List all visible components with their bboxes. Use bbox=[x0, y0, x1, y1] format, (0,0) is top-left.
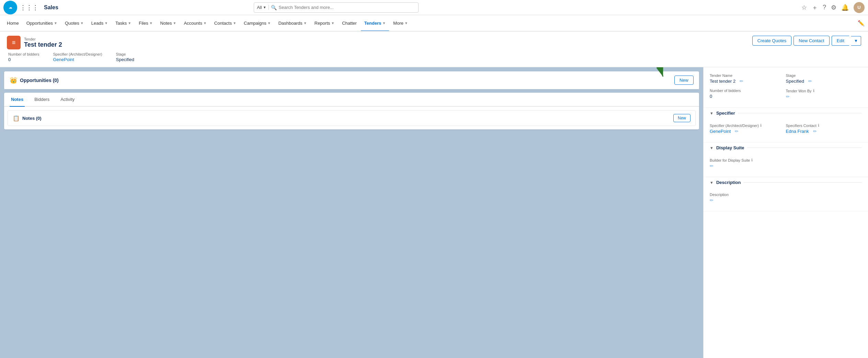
nav-item-leads[interactable]: Leads▼ bbox=[88, 15, 111, 31]
display-suite-divider-line bbox=[747, 148, 862, 148]
nav-item-files[interactable]: Files▼ bbox=[135, 15, 156, 31]
nav-bar: HomeOpportunities▼Quotes▼Leads▼Tasks▼Fil… bbox=[0, 15, 868, 32]
notes-subcard: 📋 Notes (0) New bbox=[8, 110, 696, 126]
builder-display-suite-value: ✏ bbox=[710, 163, 862, 169]
nav-item-notes[interactable]: Notes▼ bbox=[157, 15, 180, 31]
description-section-divider[interactable]: ▼ Description bbox=[704, 177, 868, 186]
right-num-bidders-value: 0 bbox=[710, 94, 786, 99]
specifiers-contact-value[interactable]: Edna Frank ✏ bbox=[786, 129, 862, 134]
right-tender-won-label: Tender Won By ℹ bbox=[786, 89, 862, 93]
nav-item-quotes[interactable]: Quotes▼ bbox=[61, 15, 87, 31]
nav-item-chatter[interactable]: Chatter bbox=[339, 15, 360, 31]
right-num-bidders-field: Number of bidders 0 bbox=[710, 87, 786, 103]
right-tender-name-field: Tender Name Test tender 2 ✏ bbox=[710, 72, 786, 87]
nav-item-dashboards[interactable]: Dashboards▼ bbox=[275, 15, 310, 31]
salesforce-logo[interactable]: ☁ bbox=[3, 1, 17, 14]
description-section: ▼ Description Description ✏ bbox=[704, 177, 868, 211]
specifier-architect-field: Specifier (Architect/Designer) ℹ GenePoi… bbox=[710, 122, 786, 137]
record-actions: Create Quotes New Contact Edit ▼ bbox=[752, 36, 861, 46]
app-name: Sales bbox=[44, 4, 58, 11]
right-tender-name-label: Tender Name bbox=[710, 73, 786, 78]
specifiers-contact-field: Specifiers Contact ℹ Edna Frank ✏ bbox=[786, 122, 862, 137]
new-contact-button[interactable]: New Contact bbox=[793, 36, 829, 46]
edit-dropdown-button[interactable]: ▼ bbox=[851, 36, 861, 46]
create-quotes-button[interactable]: Create Quotes bbox=[752, 36, 792, 46]
tender-name-edit-icon[interactable]: ✏ bbox=[740, 79, 743, 84]
record-field-stage: Stage Specified bbox=[116, 52, 134, 62]
nav-items: HomeOpportunities▼Quotes▼Leads▼Tasks▼Fil… bbox=[3, 15, 411, 31]
nav-item-accounts[interactable]: Accounts▼ bbox=[180, 15, 210, 31]
left-panel: 👑 Opportunities (0) New NotesBiddersActi… bbox=[0, 67, 703, 358]
specifier-section-divider[interactable]: ▼ Specifier bbox=[704, 108, 868, 117]
specifier-fields: Specifier (Architect/Designer) ℹ GenePoi… bbox=[704, 117, 868, 142]
nav-chevron-icon: ▼ bbox=[267, 21, 271, 25]
display-suite-chevron-icon: ▼ bbox=[710, 146, 713, 150]
nav-edit-icon[interactable]: ✏️ bbox=[858, 20, 865, 26]
edit-button[interactable]: Edit bbox=[832, 36, 849, 46]
opportunities-title: 👑 Opportunities (0) bbox=[10, 77, 59, 84]
builder-display-suite-edit-icon[interactable]: ✏ bbox=[710, 163, 713, 169]
nav-chevron-icon: ▼ bbox=[128, 21, 131, 25]
display-suite-section: ▼ Display Suite Builder for Display Suit… bbox=[704, 142, 868, 177]
record-header: ≡ Tender Test tender 2 Create Quotes New… bbox=[0, 32, 868, 67]
nav-item-opportunities[interactable]: Opportunities▼ bbox=[23, 15, 61, 31]
description-section-title: Description bbox=[716, 180, 741, 185]
search-filter-dropdown[interactable]: All ▼ bbox=[257, 5, 269, 10]
main-area: 👑 Opportunities (0) New NotesBiddersActi… bbox=[0, 67, 868, 358]
right-row-1: Tender Name Test tender 2 ✏ Stage Specif… bbox=[710, 72, 862, 87]
settings-icon[interactable]: ⚙ bbox=[831, 4, 836, 11]
specifiers-contact-info-icon[interactable]: ℹ bbox=[818, 123, 819, 128]
notes-new-button[interactable]: New bbox=[673, 114, 690, 122]
right-panel: Tender Name Test tender 2 ✏ Stage Specif… bbox=[703, 67, 868, 358]
opportunities-icon: 👑 bbox=[10, 77, 17, 84]
nav-item-contacts[interactable]: Contacts▼ bbox=[211, 15, 240, 31]
record-type-icon: ≡ bbox=[7, 36, 21, 49]
record-title: Test tender 2 bbox=[24, 41, 62, 48]
nav-item-home[interactable]: Home bbox=[3, 15, 22, 31]
description-edit-icon[interactable]: ✏ bbox=[710, 198, 713, 203]
opportunities-card-header: 👑 Opportunities (0) New bbox=[4, 71, 699, 89]
app-launcher-icon[interactable]: ⋮⋮⋮ bbox=[20, 4, 38, 11]
specifiers-contact-edit-icon[interactable]: ✏ bbox=[813, 129, 817, 134]
record-fields: Number of bidders 0Specifier (Architect/… bbox=[7, 52, 861, 62]
right-tender-won-field: Tender Won By ℹ ✏ bbox=[786, 87, 862, 103]
tabs-card: NotesBiddersActivity 📋 Notes (0) New bbox=[4, 93, 699, 129]
display-suite-section-divider[interactable]: ▼ Display Suite bbox=[704, 142, 868, 152]
right-tender-name-value: Test tender 2 ✏ bbox=[710, 79, 786, 84]
builder-display-suite-info-icon[interactable]: ℹ bbox=[751, 158, 753, 162]
notifications-icon[interactable]: 🔔 bbox=[841, 4, 849, 11]
favorites-icon[interactable]: ☆ bbox=[801, 4, 807, 11]
nav-item-tenders[interactable]: Tenders▼ bbox=[361, 15, 389, 31]
tab-activity[interactable]: Activity bbox=[59, 93, 76, 107]
description-label: Description bbox=[710, 193, 862, 197]
tender-won-info-icon[interactable]: ℹ bbox=[813, 89, 814, 93]
tabs-header: NotesBiddersActivity bbox=[4, 93, 699, 107]
nav-item-more[interactable]: More▼ bbox=[390, 15, 411, 31]
display-suite-section-title: Display Suite bbox=[716, 145, 744, 150]
description-field: Description ✏ bbox=[710, 191, 862, 206]
top-bar-icons: ☆ ＋ ? ⚙ 🔔 U bbox=[801, 2, 865, 13]
help-icon[interactable]: ? bbox=[823, 4, 826, 11]
notes-icon: 📋 bbox=[13, 115, 20, 122]
nav-chevron-icon: ▼ bbox=[304, 21, 307, 25]
nav-chevron-icon: ▼ bbox=[382, 21, 386, 25]
add-icon[interactable]: ＋ bbox=[812, 3, 818, 12]
right-stage-label: Stage bbox=[786, 73, 862, 78]
nav-item-tasks[interactable]: Tasks▼ bbox=[112, 15, 135, 31]
top-bar: ☁ ⋮⋮⋮ Sales All ▼ 🔍 ☆ ＋ ? ⚙ 🔔 U bbox=[0, 0, 868, 15]
user-avatar[interactable]: U bbox=[854, 2, 865, 13]
search-input[interactable] bbox=[279, 5, 416, 10]
nav-item-reports[interactable]: Reports▼ bbox=[311, 15, 338, 31]
tab-bidders[interactable]: Bidders bbox=[33, 93, 51, 107]
opportunities-new-button[interactable]: New bbox=[674, 76, 694, 85]
right-stage-field: Stage Specified ✏ bbox=[786, 72, 862, 87]
tab-notes[interactable]: Notes bbox=[10, 93, 25, 107]
tender-won-edit-icon[interactable]: ✏ bbox=[786, 94, 790, 99]
stage-edit-icon[interactable]: ✏ bbox=[808, 79, 812, 84]
specifier-architect-info-icon[interactable]: ℹ bbox=[760, 123, 762, 128]
specifier-architect-value[interactable]: GenePoint ✏ bbox=[710, 129, 786, 134]
nav-item-campaigns[interactable]: Campaigns▼ bbox=[240, 15, 274, 31]
record-type-label: Tender bbox=[24, 37, 62, 41]
nav-chevron-icon: ▼ bbox=[149, 21, 153, 25]
specifier-architect-edit-icon[interactable]: ✏ bbox=[735, 129, 739, 134]
